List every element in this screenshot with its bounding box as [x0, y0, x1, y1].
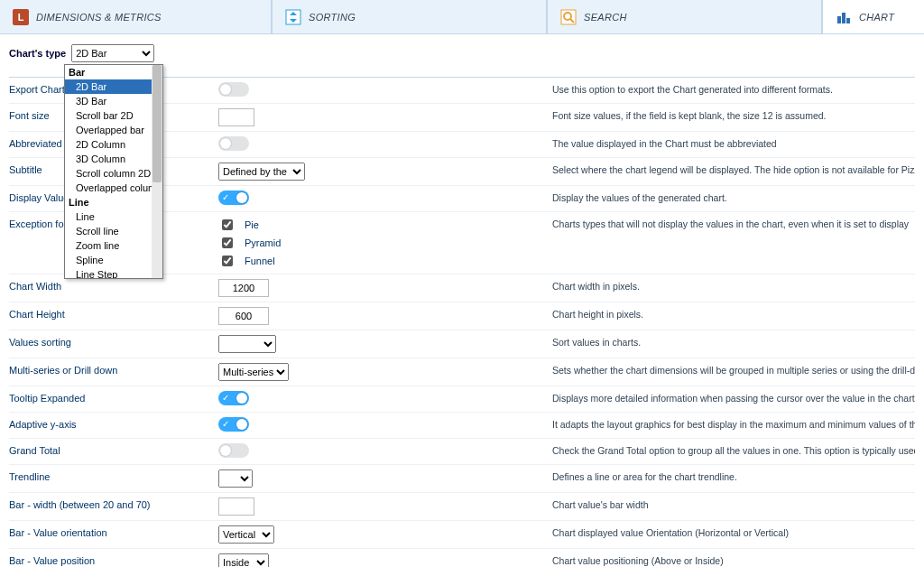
abbrev-toggle[interactable]	[218, 136, 249, 151]
subtitle-select[interactable]: Defined by the theme	[218, 163, 305, 181]
dropdown-item[interactable]: 2D Bar	[65, 79, 162, 94]
tab-dimensions[interactable]: L DIMENSIONS & METRICS	[0, 0, 273, 33]
desc: Chart value's bar width	[552, 497, 915, 510]
trendline-select[interactable]	[218, 469, 253, 488]
dropdown-item[interactable]: Line Step	[65, 267, 162, 279]
desc: Font size values, if the field is kept b…	[552, 108, 915, 121]
checkbox-pyramid[interactable]	[222, 237, 233, 248]
desc: Defines a line or area for the chart tre…	[552, 469, 915, 482]
label: Tooltip Expanded	[9, 391, 218, 404]
cb-label: Pie	[245, 219, 259, 230]
desc: Chart height in pixels.	[552, 307, 915, 320]
tab-label: CHART	[859, 12, 894, 23]
display-values-toggle[interactable]	[218, 191, 249, 205]
tab-label: SEARCH	[584, 12, 627, 23]
row-grand-total: Grand Total Check the Grand Total option…	[9, 438, 915, 464]
dropdown-item[interactable]: Scroll bar 2D	[65, 108, 162, 123]
desc: Chart width in pixels.	[552, 279, 915, 292]
dropdown-item[interactable]: Scroll line	[65, 224, 162, 238]
chart-icon	[836, 9, 852, 25]
cb-funnel[interactable]: Funnel	[218, 253, 552, 269]
tab-sorting[interactable]: SORTING	[273, 0, 548, 33]
chart-width-input[interactable]	[218, 279, 269, 297]
dropdown-item[interactable]: Line	[65, 209, 162, 224]
dropdown-item[interactable]: Overlapped column	[65, 181, 162, 195]
tab-search[interactable]: SEARCH	[548, 0, 823, 33]
cb-label: Funnel	[245, 256, 275, 266]
dimensions-icon: L	[13, 9, 29, 25]
chart-type-label: Chart's type	[9, 48, 66, 59]
label: Chart Width	[9, 279, 218, 292]
chart-type-dropdown[interactable]: Bar2D Bar3D BarScroll bar 2DOverlapped b…	[64, 64, 163, 279]
desc: Display the values of the generated char…	[552, 191, 915, 203]
export-chart-toggle[interactable]	[218, 82, 249, 97]
desc: Displays more detailed information when …	[552, 391, 915, 404]
scrollbar-thumb[interactable]	[152, 65, 162, 182]
svg-rect-7	[842, 13, 845, 23]
dropdown-item[interactable]: 3D Bar	[65, 94, 162, 108]
tab-chart[interactable]: CHART	[823, 0, 924, 33]
dropdown-group: Line	[65, 195, 162, 209]
chart-type-row: Chart's type 2D Bar	[0, 34, 924, 65]
cb-label: Pyramid	[245, 237, 281, 248]
scrollbar[interactable]	[152, 65, 162, 278]
multi-series-select[interactable]: Multi-series	[218, 363, 289, 381]
svg-rect-8	[846, 18, 850, 23]
dropdown-group: Bar	[65, 65, 162, 79]
label: Grand Total	[9, 443, 218, 456]
chart-height-input[interactable]	[218, 307, 269, 325]
desc: It adapts the layout graphics for best d…	[552, 417, 915, 430]
label: Multi-series or Drill down	[9, 363, 218, 376]
label: Bar - width (between 20 and 70)	[9, 497, 218, 510]
cb-pie[interactable]: Pie	[218, 217, 552, 233]
adaptive-y-toggle[interactable]	[218, 417, 249, 432]
dropdown-item[interactable]: Overlapped bar	[65, 123, 162, 137]
tab-label: SORTING	[309, 12, 356, 23]
row-tooltip: Tooltip Expanded Displays more detailed …	[9, 386, 915, 412]
label: Adaptive y-axis	[9, 417, 218, 430]
search-icon	[560, 9, 577, 25]
dropdown-item[interactable]: Spline	[65, 253, 162, 267]
row-bar-width: Bar - width (between 20 and 70) Chart va…	[9, 492, 915, 520]
desc: Sets whether the chart dimensions will b…	[552, 363, 915, 376]
desc: Check the Grand Total option to group al…	[552, 443, 915, 456]
dropdown-item[interactable]: 3D Column	[65, 152, 162, 166]
bar-orient-select[interactable]: Vertical	[218, 525, 274, 544]
bar-width-input[interactable]	[218, 497, 254, 516]
row-chart-height: Chart Height Chart height in pixels.	[9, 302, 915, 330]
desc: The value displayed in the Chart must be…	[552, 136, 915, 149]
values-sorting-select[interactable]	[218, 335, 276, 353]
row-bar-orient: Bar - Value orientation Vertical Chart d…	[9, 520, 915, 548]
sort-icon	[285, 9, 301, 25]
tab-bar: L DIMENSIONS & METRICS SORTING SEARCH CH…	[0, 0, 924, 34]
desc: Use this option to export the Chart gene…	[552, 82, 915, 95]
label: Bar - Value orientation	[9, 525, 218, 538]
bar-pos-select[interactable]: Inside	[218, 553, 269, 567]
cb-pyramid[interactable]: Pyramid	[218, 235, 552, 251]
grand-total-toggle[interactable]	[218, 443, 249, 458]
font-size-input[interactable]	[218, 108, 254, 126]
desc: Chart displayed value Orientation (Horiz…	[552, 525, 915, 538]
chart-type-select[interactable]: 2D Bar	[71, 44, 154, 62]
label: Values sorting	[9, 335, 218, 348]
tab-label: DIMENSIONS & METRICS	[36, 12, 162, 23]
desc: Charts types that will not display the v…	[552, 217, 915, 229]
row-multi-series: Multi-series or Drill down Multi-series …	[9, 358, 915, 386]
label: Trendline	[9, 469, 218, 482]
tooltip-toggle[interactable]	[218, 391, 249, 405]
desc: Select where the chart legend will be di…	[552, 163, 915, 175]
svg-rect-6	[837, 16, 841, 23]
label: Chart Height	[9, 307, 218, 320]
dropdown-item[interactable]: 2D Column	[65, 137, 162, 152]
row-trendline: Trendline Defines a line or area for the…	[9, 464, 915, 492]
checkbox-funnel[interactable]	[222, 256, 233, 266]
row-bar-pos: Bar - Value position Inside Chart value …	[9, 548, 915, 567]
label: Bar - Value position	[9, 553, 218, 566]
checkbox-pie[interactable]	[222, 219, 233, 230]
row-values-sorting: Values sorting Sort values in charts.	[9, 330, 915, 358]
dropdown-item[interactable]: Zoom line	[65, 238, 162, 253]
row-adaptive-y: Adaptive y-axis It adapts the layout gra…	[9, 412, 915, 438]
desc: Sort values in charts.	[552, 335, 915, 348]
dropdown-item[interactable]: Scroll column 2D	[65, 166, 162, 181]
desc: Chart value positioning (Above or Inside…	[552, 553, 915, 566]
